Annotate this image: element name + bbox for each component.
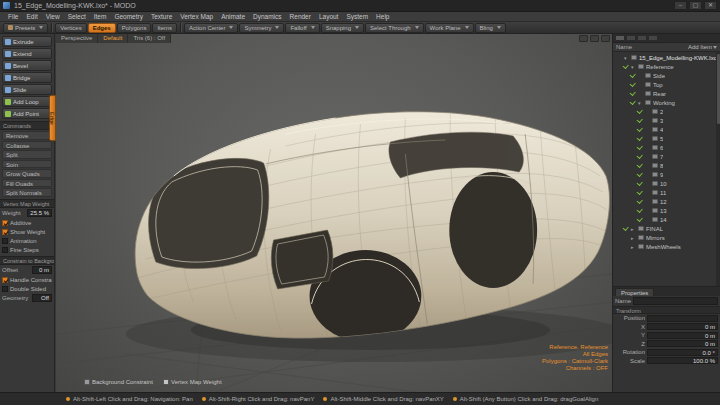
maximize-button[interactable]: ▢ <box>689 1 702 10</box>
tool-button[interactable]: Bridge <box>2 72 52 83</box>
visibility-check[interactable] <box>622 63 629 70</box>
checkbox-row[interactable]: Double Sided <box>2 285 52 293</box>
tree-item[interactable]: 5 <box>613 134 720 143</box>
tree-item[interactable]: 6 <box>613 143 720 152</box>
tool-button[interactable]: Add Point <box>2 108 52 119</box>
expand-icon[interactable]: ▾ <box>638 100 643 106</box>
maximize-viewport-icon[interactable] <box>601 35 610 42</box>
selection-mode-button[interactable]: Vertices <box>55 23 86 33</box>
tree-item[interactable]: 10 <box>613 179 720 188</box>
command-button[interactable]: Grow Quads <box>2 169 52 178</box>
items-tab-icon[interactable] <box>615 35 625 41</box>
expand-icon[interactable]: ▾ <box>624 55 629 61</box>
menu-item[interactable]: System <box>342 13 372 20</box>
menu-item[interactable]: File <box>4 13 22 20</box>
visibility-check[interactable] <box>636 144 643 151</box>
tree-item[interactable]: 7 <box>613 152 720 161</box>
checkbox-row[interactable]: Fine Steps <box>2 246 52 254</box>
tree-item[interactable]: Rear <box>613 89 720 98</box>
visibility-check[interactable] <box>636 153 643 160</box>
shader-tab-icon[interactable] <box>637 35 647 41</box>
menu-item[interactable]: Edit <box>22 13 41 20</box>
tree-root-item[interactable]: ▾ 15_Edge_Modelling-KWK.lxo* <box>613 53 720 62</box>
minimize-button[interactable]: – <box>674 1 687 10</box>
menu-item[interactable]: Geometry <box>110 13 147 20</box>
add-item-button[interactable]: Add Item <box>688 44 717 50</box>
visibility-check[interactable] <box>636 198 643 205</box>
command-button[interactable]: Remove <box>2 131 52 140</box>
scrollbar-thumb[interactable] <box>717 54 720 124</box>
tool-button[interactable]: Extrude <box>2 36 52 47</box>
visibility-check[interactable] <box>636 180 643 187</box>
tool-button[interactable]: Add Loop <box>2 96 52 107</box>
toolbar-dropdown[interactable]: Symmetry <box>239 23 284 33</box>
menu-item[interactable]: Layout <box>315 13 343 20</box>
tool-button[interactable]: Extend <box>2 48 52 59</box>
expand-icon[interactable]: ▸ <box>631 244 636 250</box>
transform-input[interactable]: 0 m <box>647 340 718 347</box>
visibility-check[interactable] <box>636 216 643 223</box>
checkbox[interactable] <box>2 229 8 235</box>
toolbar-dropdown[interactable]: Bling <box>475 23 506 33</box>
selection-mode-button[interactable]: Edges <box>88 23 116 33</box>
shading-icon[interactable] <box>590 35 599 42</box>
visibility-check[interactable] <box>636 207 643 214</box>
visibility-check[interactable] <box>622 243 629 250</box>
visibility-check[interactable] <box>636 126 643 133</box>
name-input[interactable] <box>633 297 718 305</box>
toolbar-dropdown[interactable]: Select Through <box>365 23 424 33</box>
selection-mode-button[interactable]: Items <box>152 23 177 33</box>
tree-item[interactable]: ▸ Mirrors <box>613 233 720 242</box>
command-button[interactable]: Split <box>2 150 52 159</box>
visibility-check[interactable] <box>629 99 636 106</box>
transform-input[interactable]: 0 m <box>647 332 718 339</box>
expand-icon[interactable]: ▸ <box>631 226 636 232</box>
menu-item[interactable]: Select <box>64 13 90 20</box>
menu-item[interactable]: View <box>42 13 64 20</box>
tab-properties[interactable]: Properties <box>615 288 654 296</box>
checkbox[interactable] <box>2 220 8 226</box>
menu-item[interactable]: Texture <box>147 13 176 20</box>
tree-item[interactable]: 11 <box>613 188 720 197</box>
menu-item[interactable]: Render <box>286 13 315 20</box>
tree-item[interactable]: 4 <box>613 125 720 134</box>
toolbar-dropdown[interactable]: Snapping <box>321 23 364 33</box>
viewport-3d[interactable]: PerspectiveDefaultTris (6) : Off Referen… <box>56 34 612 392</box>
tree-item[interactable]: ▾ Reference <box>613 62 720 71</box>
transform-input[interactable]: 0.0 ° <box>647 349 718 356</box>
visibility-check[interactable] <box>629 90 636 97</box>
viewport-tab[interactable]: Tris (6) : Off <box>128 34 171 43</box>
tree-item[interactable]: Top <box>613 80 720 89</box>
visibility-check[interactable] <box>629 81 636 88</box>
checkbox-row[interactable]: Additive <box>2 219 52 227</box>
visibility-check[interactable] <box>636 171 643 178</box>
visibility-check[interactable] <box>629 72 636 79</box>
tree-item[interactable]: Side <box>613 71 720 80</box>
selection-mode-button[interactable]: Polygons <box>117 23 152 33</box>
tree-item[interactable]: 9 <box>613 170 720 179</box>
visibility-check[interactable] <box>636 135 643 142</box>
transform-input[interactable]: 0 m <box>647 323 718 330</box>
tree-item[interactable]: 12 <box>613 197 720 206</box>
toolbar-dropdown[interactable]: Action Center <box>184 23 238 33</box>
command-button[interactable]: Collapse <box>2 141 52 150</box>
presets-button[interactable]: Presets <box>3 23 48 33</box>
toolbar-dropdown[interactable]: Falloff <box>285 23 319 33</box>
tree-item[interactable]: 14 <box>613 215 720 224</box>
tree-item[interactable]: 13 <box>613 206 720 215</box>
tree-item[interactable]: ▸ FINAL <box>613 224 720 233</box>
camera-icon[interactable] <box>579 35 588 42</box>
checkbox[interactable] <box>2 238 8 244</box>
visibility-check[interactable] <box>622 225 629 232</box>
channels-tab-icon[interactable] <box>626 35 636 41</box>
tool-button[interactable]: Bevel <box>2 60 52 71</box>
tree-item[interactable]: 8 <box>613 161 720 170</box>
menu-item[interactable]: Help <box>372 13 393 20</box>
transform-input[interactable] <box>647 315 718 322</box>
visibility-check[interactable] <box>636 117 643 124</box>
menu-item[interactable]: Animate <box>217 13 249 20</box>
visibility-check[interactable] <box>622 234 629 241</box>
checkbox-row[interactable]: Handle Constraint <box>2 276 52 284</box>
transform-input[interactable]: 100.0 % <box>647 357 718 364</box>
checkbox-row[interactable]: Show Weight <box>2 228 52 236</box>
